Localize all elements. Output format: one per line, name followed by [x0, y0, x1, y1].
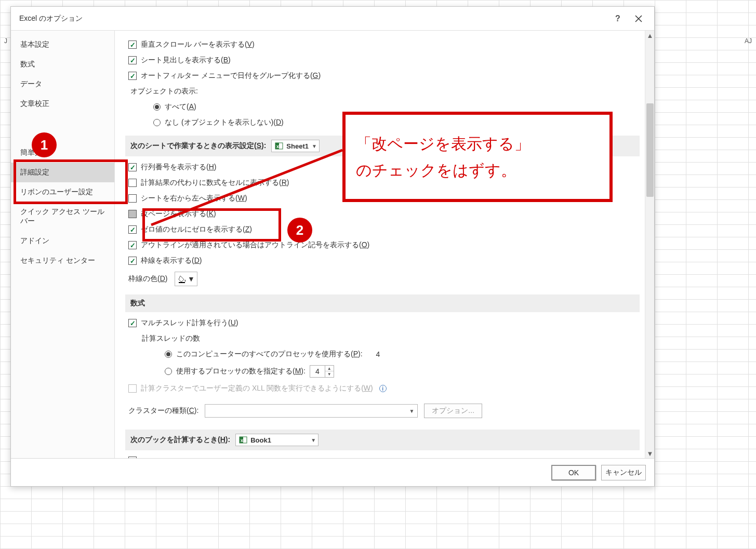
column-header-right: AJ — [745, 37, 752, 45]
sidebar-item-qat[interactable]: クイック アクセス ツール バー — [11, 202, 114, 231]
chevron-down-icon: ▼ — [188, 275, 195, 283]
value-all-processors: 4 — [376, 350, 380, 358]
cluster-options-button[interactable]: オプション... — [424, 404, 482, 418]
sidebar-item-proofing[interactable]: 文章校正 — [11, 94, 114, 114]
sidebar-item-customize-ribbon[interactable]: リボンのユーザー設定 — [11, 182, 114, 202]
label-zero-values: ゼロ値のセルにゼロを表示する(Z) — [141, 225, 252, 234]
dialog-footer: OK キャンセル — [11, 458, 654, 486]
dialog-title: Excel のオプション — [19, 14, 607, 23]
radio-objects-none[interactable] — [153, 119, 161, 126]
content-wrap: 垂直スクロール バーを表示する(V) シート見出しを表示する(B) オートフィル… — [115, 31, 654, 458]
label-sheet-tabs: シート見出しを表示する(B) — [141, 56, 231, 65]
label-object-display: オブジェクトの表示: — [130, 87, 198, 96]
label-rtl-sheet: シートを右から左へ表示する(W) — [141, 194, 247, 203]
sidebar-item-addins[interactable]: アドイン — [11, 231, 114, 251]
paint-bucket-icon — [178, 274, 187, 284]
svg-text:x: x — [241, 438, 243, 443]
combo-book-selector[interactable]: x Book1 ▼ — [235, 434, 319, 446]
radio-all-processors[interactable] — [165, 351, 172, 358]
label-vertical-scrollbar: 垂直スクロール バーを表示する(V) — [141, 40, 255, 49]
label-row-col-headers: 行列番号を表示する(H) — [141, 163, 216, 172]
sidebar-item-ease-of-access[interactable]: 簡単操作 — [11, 143, 114, 163]
label-cluster-type: クラスターの種類(C): — [128, 406, 198, 416]
chevron-down-icon: ▼ — [311, 437, 316, 443]
chevron-down-icon: ▼ — [409, 408, 414, 414]
stage: J AJ Excel のオプション ? 基本設定 数式 データ 文章校正 簡単操… — [0, 0, 756, 549]
checkbox-gridlines[interactable] — [128, 257, 137, 265]
label-objects-all: すべて(A) — [165, 102, 196, 112]
checkbox-show-formulas[interactable] — [128, 179, 137, 187]
spinner-value: 4 — [310, 367, 325, 376]
vertical-scrollbar[interactable]: ▲ ▼ — [645, 31, 654, 458]
close-icon — [635, 15, 642, 22]
spinner-down-icon[interactable]: ▼ — [325, 371, 334, 377]
checkbox-cluster-xll — [128, 384, 137, 393]
annotation-callout: 「改ページを表示する」 のチェックをはずす。 — [342, 112, 613, 202]
annotation-callout-line1: 「改ページを表示する」 — [356, 130, 599, 157]
svg-text:x: x — [276, 144, 279, 149]
checkbox-zero-values[interactable] — [128, 225, 137, 234]
scroll-thumb[interactable] — [646, 103, 654, 197]
options-dialog: Excel のオプション ? 基本設定 数式 データ 文章校正 簡単操作 詳細設… — [10, 6, 655, 487]
combo-sheet-value: Sheet1 — [286, 142, 309, 150]
sidebar-item-general[interactable]: 基本設定 — [11, 35, 114, 55]
scroll-up-icon[interactable]: ▲ — [645, 31, 654, 40]
label-page-breaks: 改ページを表示する(K) — [141, 209, 216, 219]
spinner-up-icon[interactable]: ▲ — [325, 366, 334, 371]
checkbox-autofilter-dates[interactable] — [128, 72, 137, 80]
label-autofilter-dates: オートフィルター メニューで日付をグループ化する(G) — [141, 71, 321, 81]
excel-icon: x — [239, 436, 247, 444]
checkbox-multithread[interactable] — [128, 319, 137, 327]
gridline-color-picker[interactable]: ▼ — [175, 272, 197, 286]
annotation-callout-line2: のチェックをはずす。 — [356, 157, 599, 183]
chevron-down-icon: ▼ — [312, 143, 317, 149]
combo-sheet-selector[interactable]: x Sheet1 ▼ — [271, 140, 320, 152]
label-outline-symbols: アウトラインが適用されている場合はアウトライン記号を表示する(O) — [141, 240, 369, 250]
sidebar: 基本設定 数式 データ 文章校正 簡単操作 詳細設定 リボンのユーザー設定 クイ… — [11, 31, 115, 458]
sidebar-item-trust-center[interactable]: セキュリティ センター — [11, 251, 114, 271]
label-thread-count: 計算スレッドの数 — [142, 334, 200, 343]
checkbox-outline-symbols[interactable] — [128, 241, 137, 249]
dialog-body: 基本設定 数式 データ 文章校正 簡単操作 詳細設定 リボンのユーザー設定 クイ… — [11, 31, 654, 458]
column-header-left: J — [4, 37, 7, 45]
checkbox-rtl-sheet[interactable] — [128, 194, 137, 203]
scroll-down-icon[interactable]: ▼ — [645, 449, 654, 458]
spinner-processor-count[interactable]: 4 ▲▼ — [310, 365, 334, 378]
section-formulas: 数式 — [125, 294, 640, 312]
checkbox-vertical-scrollbar[interactable] — [128, 41, 137, 49]
checkbox-row-col-headers[interactable] — [128, 163, 137, 171]
radio-objects-all[interactable] — [153, 103, 161, 111]
annotation-badge-2: 2 — [287, 218, 312, 243]
help-button[interactable]: ? — [607, 10, 628, 27]
annotation-badge-1: 1 — [32, 132, 57, 157]
info-icon[interactable]: i — [379, 385, 387, 392]
svg-rect-3 — [179, 282, 185, 283]
label-show-formulas: 計算結果の代わりに数式をセルに表示する(R) — [141, 178, 289, 188]
label-gridlines: 枠線を表示する(D) — [141, 256, 202, 265]
label-gridline-color: 枠線の色(D) — [128, 274, 167, 284]
sidebar-item-formulas[interactable]: 数式 — [11, 55, 114, 74]
radio-specify-processors[interactable] — [165, 368, 172, 375]
checkbox-page-breaks[interactable] — [128, 210, 137, 218]
titlebar: Excel のオプション ? — [11, 7, 654, 31]
label-objects-none: なし (オブジェクトを表示しない)(D) — [165, 118, 284, 127]
combo-book-value: Book1 — [250, 436, 271, 444]
combo-cluster-type[interactable]: ▼ — [205, 404, 418, 418]
checkbox-truncated[interactable] — [128, 457, 137, 458]
ok-button[interactable]: OK — [551, 465, 596, 480]
sidebar-item-data[interactable]: データ — [11, 74, 114, 94]
label-cluster-xll: 計算クラスターでユーザー定義の XLL 関数を実行できるようにする(W) — [141, 384, 373, 393]
checkbox-sheet-tabs[interactable] — [128, 56, 137, 64]
close-button[interactable] — [628, 10, 649, 27]
content-panel: 垂直スクロール バーを表示する(V) シート見出しを表示する(B) オートフィル… — [115, 31, 645, 458]
label-multithread: マルチスレッド計算を行う(U) — [141, 318, 238, 328]
label-specify-processors: 使用するプロセッサの数を指定する(M): — [176, 367, 306, 376]
sidebar-item-advanced[interactable]: 詳細設定 — [11, 163, 114, 182]
cancel-button[interactable]: キャンセル — [601, 465, 646, 480]
label-all-processors: このコンピューターのすべてのプロセッサを使用する(P): — [176, 350, 363, 359]
section-book-calc: 次のブックを計算するとき(H): x Book1 ▼ — [125, 430, 640, 450]
excel-icon: x — [275, 142, 283, 150]
